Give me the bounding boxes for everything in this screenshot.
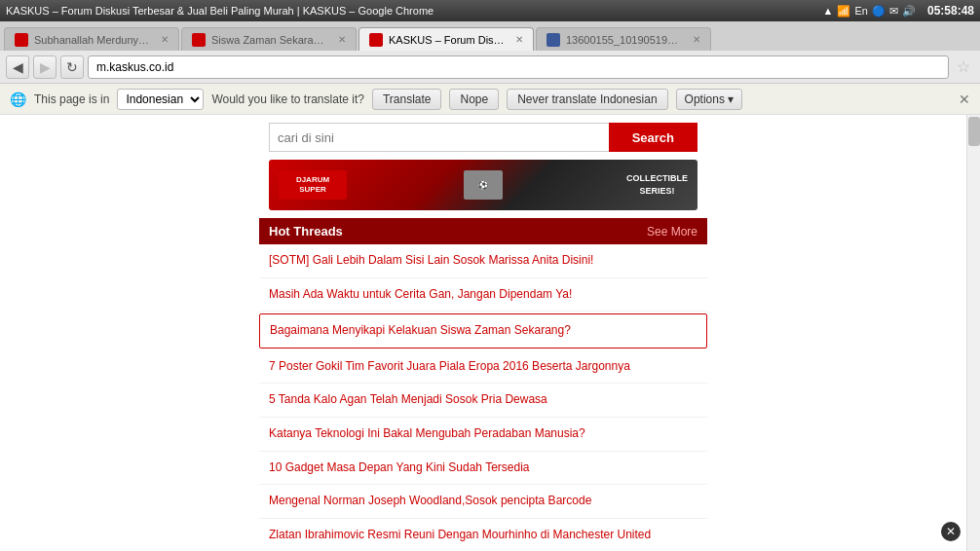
thread-item-3[interactable]: 7 Poster Gokil Tim Favorit Juara Piala E… [259,350,707,385]
tab-close-2[interactable]: ✕ [338,34,346,45]
tab-favicon-1 [15,33,28,47]
translate-prefix: This page is in [34,92,109,106]
browser-window: Subhanallah Merdunya!!!… ✕ Siswa Zaman S… [0,21,980,551]
language-select[interactable]: Indonesian [117,89,204,110]
page-inner: Search DJARUMSUPER ⚽ COLLECTIBLESERIES! [259,115,707,551]
search-button[interactable]: Search [609,123,697,152]
bookmark-star-icon[interactable]: ☆ [957,57,970,76]
system-icons: ▲ 📶 En 🔵 ✉ 🔊 [823,5,916,18]
options-button[interactable]: Options ▾ [676,89,743,110]
refresh-button[interactable]: ↻ [60,55,84,79]
thread-item-2[interactable]: Bagaimana Menyikapi Kelakuan Siswa Zaman… [259,313,707,349]
hot-threads-title: Hot Threads [269,224,343,239]
thread-item-0[interactable]: [SOTM] Gali Lebih Dalam Sisi Lain Sosok … [259,244,707,278]
tab-4[interactable]: 13600155_10190519381… ✕ [536,27,711,51]
notification-close-icon[interactable]: ✕ [941,522,961,541]
search-section: Search [259,115,707,160]
tab-label-2: Siswa Zaman Sekarang… [211,34,328,46]
tab-label-1: Subhanallah Merdunya!!!… [34,34,151,46]
page-content: Search DJARUMSUPER ⚽ COLLECTIBLESERIES! [0,115,966,551]
tab-favicon-2 [192,33,206,47]
taskbar-left: KASKUS – Forum Diskusi Terbesar & Jual B… [6,5,433,17]
nope-button[interactable]: Nope [449,89,499,110]
tab-2[interactable]: Siswa Zaman Sekarang… ✕ [181,27,357,51]
clock: 05:58:48 [927,4,974,18]
back-button[interactable]: ◀ [6,55,29,79]
never-translate-button[interactable]: Never translate Indonesian [507,89,667,110]
hot-threads-header: Hot Threads See More [259,218,707,244]
tab-close-4[interactable]: ✕ [693,34,700,45]
tab-label-3: KASKUS – Forum Diskusi T… [389,34,506,46]
banner-collectible: COLLECTIBLESERIES! [626,172,688,197]
thread-list: [SOTM] Gali Lebih Dalam Sisi Lain Sosok … [259,244,707,551]
forward-button[interactable]: ▶ [33,55,57,79]
tab-favicon-4 [547,33,560,47]
scrollbar[interactable] [966,115,980,551]
translate-button[interactable]: Translate [372,89,442,110]
taskbar-title: KASKUS – Forum Diskusi Terbesar & Jual B… [6,5,433,17]
banner-center: ⚽ [464,170,503,200]
translate-globe-icon: 🌐 [10,92,26,107]
taskbar-right: ▲ 📶 En 🔵 ✉ 🔊 05:58:48 [823,4,974,18]
tab-bar: Subhanallah Merdunya!!!… ✕ Siswa Zaman S… [0,21,980,51]
thread-item-4[interactable]: 5 Tanda Kalo Agan Telah Menjadi Sosok Pr… [259,384,707,418]
tab-close-1[interactable]: ✕ [161,34,169,45]
djarum-logo: DJARUMSUPER [279,170,347,200]
djarum-banner[interactable]: DJARUMSUPER ⚽ COLLECTIBLESERIES! [269,160,697,210]
thread-item-1[interactable]: Masih Ada Waktu untuk Cerita Gan, Jangan… [259,278,707,312]
thread-item-6[interactable]: 10 Gadget Masa Depan Yang Kini Sudah Ter… [259,452,707,486]
thread-item-8[interactable]: Zlatan Ibrahimovic Resmi Reuni Dengan Mo… [259,519,707,551]
translate-question: Would you like to translate it? [211,92,364,106]
tab-favicon-3 [369,33,383,47]
url-bar[interactable] [88,55,949,79]
see-more-link[interactable]: See More [647,225,697,239]
translate-bar: 🌐 This page is in Indonesian Would you l… [0,84,980,115]
scrollbar-thumb[interactable] [968,117,980,146]
translate-bar-close-icon[interactable]: ✕ [959,92,970,107]
os-taskbar: KASKUS – Forum Diskusi Terbesar & Jual B… [0,0,980,21]
tab-1[interactable]: Subhanallah Merdunya!!!… ✕ [4,27,179,51]
content-area: Search DJARUMSUPER ⚽ COLLECTIBLESERIES! [0,115,980,551]
thread-item-7[interactable]: Mengenal Norman Joseph Woodland,Sosok pe… [259,485,707,519]
thread-item-5[interactable]: Katanya Teknologi Ini Bakal Mengubah Per… [259,418,707,452]
tab-3[interactable]: KASKUS – Forum Diskusi T… ✕ [358,27,534,51]
nav-bar: ◀ ▶ ↻ ☆ [0,51,980,84]
tab-label-4: 13600155_10190519381… [566,34,683,46]
tab-close-3[interactable]: ✕ [515,34,523,45]
search-input[interactable] [269,123,609,152]
